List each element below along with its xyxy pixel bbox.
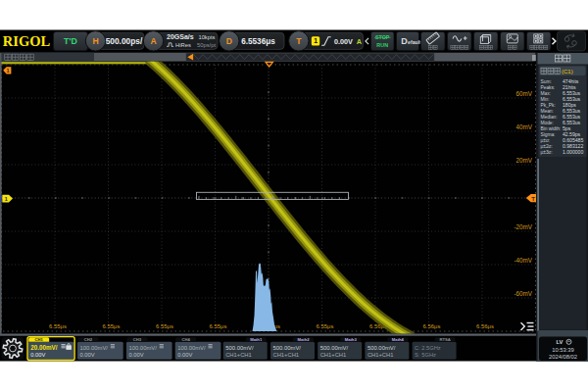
svg-text:RUN: RUN (376, 42, 388, 48)
svg-text:Sigma:: Sigma: (541, 132, 556, 137)
svg-text:500.00mV/: 500.00mV/ (273, 345, 302, 351)
svg-text:500.00mV/: 500.00mV/ (225, 345, 254, 351)
svg-text:6.56μs: 6.56μs (476, 323, 494, 329)
svg-text:C: 2.5GHz: C: 2.5GHz (415, 345, 441, 351)
svg-text:-60mV: -60mV (514, 290, 532, 297)
svg-text:CH1+CH1: CH1+CH1 (320, 352, 347, 358)
svg-text:Bin width:: Bin width: (541, 126, 562, 131)
svg-text:6.55μs: 6.55μs (49, 323, 67, 329)
svg-text:T: T (296, 36, 302, 46)
svg-text:50ps/pt: 50ps/pt (197, 42, 216, 48)
svg-text:6.55μs: 6.55μs (103, 323, 121, 329)
svg-text:42.59ps: 42.59ps (563, 131, 581, 137)
svg-text:0.983122: 0.983122 (563, 143, 583, 149)
svg-text:A: A (150, 36, 156, 46)
svg-text:Math2: Math2 (297, 337, 310, 342)
svg-text:20.00mV/: 20.00mV/ (30, 344, 58, 351)
svg-text:0.00V: 0.00V (334, 37, 353, 46)
svg-text:6.55μs: 6.55μs (317, 323, 334, 329)
svg-text:10:53:39: 10:53:39 (552, 347, 574, 353)
svg-text:100.00mV/: 100.00mV/ (177, 345, 206, 351)
svg-text:100.00mV/: 100.00mV/ (128, 345, 157, 351)
svg-text:μ±2σ:: μ±2σ: (541, 144, 553, 149)
svg-text:0.00V: 0.00V (80, 352, 95, 358)
svg-text:6.553us: 6.553us (563, 120, 581, 125)
svg-text:S: 5GHz: S: 5GHz (415, 352, 436, 358)
svg-text:20GSa/s: 20GSa/s (167, 33, 194, 40)
svg-text:H: H (92, 36, 98, 46)
svg-text:6.553us: 6.553us (563, 108, 581, 114)
svg-text:6.56μs: 6.56μs (423, 323, 441, 329)
svg-text:Median:: Median: (541, 115, 558, 120)
svg-text:-40mV: -40mV (514, 257, 532, 264)
svg-text:Pk_Pk:: Pk_Pk: (541, 103, 556, 108)
svg-text:Math3: Math3 (345, 337, 358, 342)
svg-text:500.00mV/: 500.00mV/ (320, 345, 349, 351)
svg-text:Peaks:: Peaks: (541, 85, 556, 90)
svg-text:CH4: CH4 (182, 337, 191, 342)
svg-text:T'D: T'D (64, 36, 77, 46)
svg-text:10kpts: 10kpts (198, 34, 215, 40)
svg-text:RIGOL: RIGOL (3, 33, 51, 49)
svg-text:CH2: CH2 (84, 337, 93, 342)
svg-text:2024/08/02: 2024/08/02 (549, 354, 577, 360)
svg-text:RTSA: RTSA (439, 337, 450, 342)
svg-text:HiRes: HiRes (175, 42, 191, 48)
svg-text:CH1: CH1 (35, 337, 44, 342)
svg-text:6.553us: 6.553us (563, 90, 581, 96)
svg-text:1: 1 (5, 195, 9, 202)
svg-text:0.00V: 0.00V (177, 352, 192, 358)
svg-text:0.00V: 0.00V (128, 352, 143, 358)
svg-text:CH1+CH1: CH1+CH1 (368, 352, 394, 358)
svg-text:LV: LV (557, 339, 564, 345)
svg-text:Sum:: Sum: (541, 79, 552, 84)
svg-text:D: D (226, 36, 232, 46)
svg-text:1: 1 (314, 36, 318, 45)
svg-text:500.00ps/: 500.00ps/ (106, 36, 143, 46)
svg-text:-20mV: -20mV (514, 223, 532, 230)
svg-text:500.00mV/: 500.00mV/ (368, 345, 396, 351)
svg-text:CH3: CH3 (133, 337, 142, 342)
svg-text:1: 1 (6, 67, 10, 74)
svg-text:CH1+CH1: CH1+CH1 (225, 352, 252, 358)
svg-text:6.55μs: 6.55μs (210, 323, 227, 329)
svg-text:T: T (531, 195, 535, 202)
svg-text:μ±3σ:: μ±3σ: (541, 150, 553, 155)
svg-text:CH1+CH1: CH1+CH1 (273, 352, 300, 358)
svg-text:Max:: Max: (541, 91, 551, 96)
svg-text:μ±σ:: μ±σ: (541, 138, 551, 143)
svg-text:21hits: 21hits (563, 84, 576, 90)
svg-text:A: A (357, 37, 363, 46)
svg-text:6.55μs: 6.55μs (156, 323, 173, 329)
svg-text:100.00mV/: 100.00mV/ (80, 345, 109, 351)
svg-text:(C1): (C1) (562, 69, 573, 74)
svg-text:6.5536μs: 6.5536μs (241, 37, 275, 46)
svg-text:Math4: Math4 (392, 337, 405, 342)
svg-text:60mV: 60mV (516, 90, 533, 97)
svg-text:20mV: 20mV (516, 157, 533, 164)
svg-text:Math1: Math1 (250, 337, 263, 342)
svg-text:Mean:: Mean: (541, 109, 554, 114)
svg-text:efault: efault (408, 39, 421, 45)
svg-text:40mV: 40mV (516, 123, 533, 130)
svg-text:Min:: Min: (541, 97, 550, 102)
svg-text:0.00V: 0.00V (30, 352, 45, 358)
svg-text:1.000000: 1.000000 (563, 149, 583, 155)
svg-text:Mode:: Mode: (541, 121, 554, 125)
